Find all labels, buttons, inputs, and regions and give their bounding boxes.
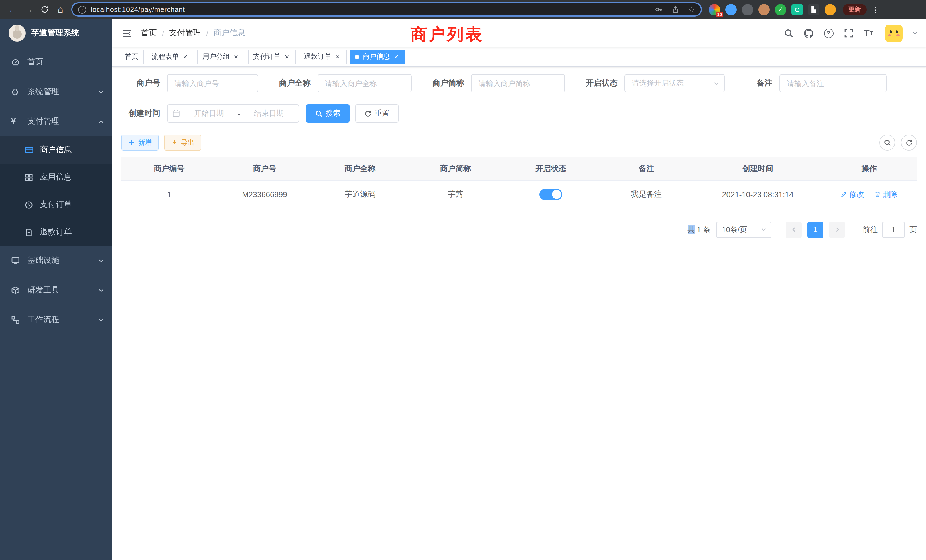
merchant-no-input[interactable] <box>167 74 258 92</box>
extensions-puzzle-icon[interactable]: ▙ <box>808 4 819 15</box>
calendar-icon <box>172 109 180 118</box>
create-time-range-picker[interactable]: 开始日期 - 结束日期 <box>167 104 300 123</box>
page-number-1[interactable]: 1 <box>807 221 823 238</box>
sidebar-item-merchant-info[interactable]: 商户信息 <box>0 136 112 163</box>
grid-icon <box>24 173 34 182</box>
sidebar-item-refund-orders[interactable]: 退款订单 <box>0 218 112 246</box>
extension-icon[interactable]: 10 <box>709 4 720 15</box>
password-key-icon[interactable] <box>655 5 663 14</box>
next-page-icon[interactable] <box>829 221 845 238</box>
full-name-input[interactable] <box>318 74 412 92</box>
extension-icon[interactable] <box>725 4 737 15</box>
prev-page-icon[interactable] <box>786 221 802 238</box>
tab-label: 退款订单 <box>304 52 331 62</box>
sidebar-item-payment[interactable]: ¥ 支付管理 <box>0 107 112 136</box>
status-toggle[interactable] <box>540 189 563 200</box>
breadcrumb-payment[interactable]: 支付管理 <box>169 28 201 38</box>
filter-label-remark: 备注 <box>757 78 773 88</box>
sidebar-item-devtools[interactable]: 研发工具 <box>0 275 112 305</box>
payment-submenu: 商户信息 应用信息 支付订单 <box>0 136 112 246</box>
sidebar-item-app-info[interactable]: 应用信息 <box>0 163 112 191</box>
close-icon[interactable]: × <box>232 53 240 61</box>
cell-created: 2021-10-23 08:31:14 <box>694 180 822 209</box>
add-button[interactable]: 新增 <box>121 135 159 151</box>
logo-avatar <box>9 24 26 42</box>
filter-label-full-name: 商户全称 <box>272 78 311 88</box>
sidebar-toggle-icon[interactable] <box>112 19 141 47</box>
extension-icon[interactable] <box>742 4 753 15</box>
fullscreen-icon[interactable] <box>843 27 854 39</box>
tab-pay-orders[interactable]: 支付订单 × <box>248 49 296 64</box>
share-icon[interactable] <box>672 5 680 14</box>
page-size-select[interactable]: 10条/页 <box>716 221 772 238</box>
sidebar-item-home[interactable]: 首页 <box>0 47 112 77</box>
status-select[interactable]: 请选择开启状态 <box>624 74 725 92</box>
help-icon[interactable]: ? <box>823 27 834 39</box>
close-icon[interactable]: × <box>181 53 189 61</box>
github-icon[interactable] <box>803 27 814 39</box>
status-select-placeholder: 请选择开启状态 <box>632 78 684 88</box>
browser-home-icon[interactable]: ⌂ <box>53 2 68 17</box>
tab-merchant-info[interactable]: 商户信息 × <box>350 49 406 64</box>
breadcrumb-current: 商户信息 <box>213 28 245 38</box>
workflow-icon <box>11 315 21 324</box>
goto-page-input[interactable] <box>882 221 905 238</box>
goto-label: 前往 <box>863 224 878 235</box>
chevron-down-icon[interactable] <box>912 30 918 36</box>
font-size-icon[interactable]: TT <box>863 27 874 39</box>
bookmark-star-icon[interactable]: ☆ <box>688 5 695 14</box>
search-button[interactable]: 搜索 <box>306 104 350 123</box>
sidebar-item-pay-orders[interactable]: 支付订单 <box>0 191 112 218</box>
app-logo[interactable]: 芋道管理系统 <box>0 19 112 47</box>
tab-home[interactable]: 首页 <box>120 49 144 64</box>
trash-icon <box>874 191 881 198</box>
sidebar-item-workflow[interactable]: 工作流程 <box>0 305 112 335</box>
search-icon[interactable] <box>783 27 794 39</box>
filter-label-create-time: 创建时间 <box>121 108 160 119</box>
chevron-down-icon <box>98 257 104 264</box>
reset-button[interactable]: 重置 <box>355 104 399 123</box>
refresh-icon <box>365 110 372 117</box>
breadcrumb-home[interactable]: 首页 <box>141 28 157 38</box>
sidebar-item-infrastructure[interactable]: 基础设施 <box>0 246 112 275</box>
extension-icon[interactable] <box>758 4 770 15</box>
profile-avatar-icon[interactable] <box>825 4 836 15</box>
export-button[interactable]: 导出 <box>164 135 201 151</box>
refresh-table-icon[interactable] <box>901 135 917 151</box>
sidebar-item-label: 研发工具 <box>27 285 59 295</box>
browser-back-icon[interactable]: ← <box>5 2 20 17</box>
short-name-input[interactable] <box>471 74 565 92</box>
pagination-total: 共 1 条 <box>687 224 710 235</box>
extension-icon[interactable]: ✓ <box>775 4 786 15</box>
browser-menu-icon[interactable]: ⋮ <box>870 5 881 14</box>
browser-update-button[interactable]: 更新 <box>843 4 867 15</box>
chevron-down-icon <box>98 317 104 323</box>
browser-address-bar[interactable]: i localhost:1024/pay/merchant ☆ <box>71 2 702 17</box>
chevron-down-icon <box>761 226 767 233</box>
tab-process-form[interactable]: 流程表单 × <box>147 49 194 64</box>
close-icon[interactable]: × <box>334 53 342 61</box>
table-toolbar: 新增 导出 <box>121 135 917 151</box>
user-avatar[interactable] <box>885 24 903 42</box>
remark-input[interactable] <box>779 74 887 92</box>
site-info-icon[interactable]: i <box>78 5 86 14</box>
close-icon[interactable]: × <box>283 53 291 61</box>
tab-label: 支付订单 <box>253 52 280 62</box>
yen-icon: ¥ <box>11 117 21 127</box>
edit-link[interactable]: 修改 <box>841 189 864 200</box>
tab-user-group[interactable]: 用户分组 × <box>197 49 245 64</box>
extension-icon[interactable]: G <box>791 4 803 15</box>
browser-extensions: 10 ✓ G ▙ <box>709 4 836 15</box>
show-search-toggle-icon[interactable] <box>879 135 895 151</box>
delete-link[interactable]: 删除 <box>874 189 897 200</box>
browser-reload-icon[interactable] <box>37 2 52 17</box>
chevron-down-icon <box>98 287 104 294</box>
tab-refund-orders[interactable]: 退款订单 × <box>299 49 346 64</box>
chevron-down-icon <box>713 80 720 86</box>
col-full-name: 商户全称 <box>312 157 408 180</box>
chevron-down-icon <box>98 89 104 95</box>
browser-forward-icon[interactable]: → <box>21 2 36 17</box>
close-icon[interactable]: × <box>392 53 400 61</box>
tab-label: 首页 <box>125 52 139 62</box>
sidebar-item-system[interactable]: ⚙ 系统管理 <box>0 77 112 107</box>
